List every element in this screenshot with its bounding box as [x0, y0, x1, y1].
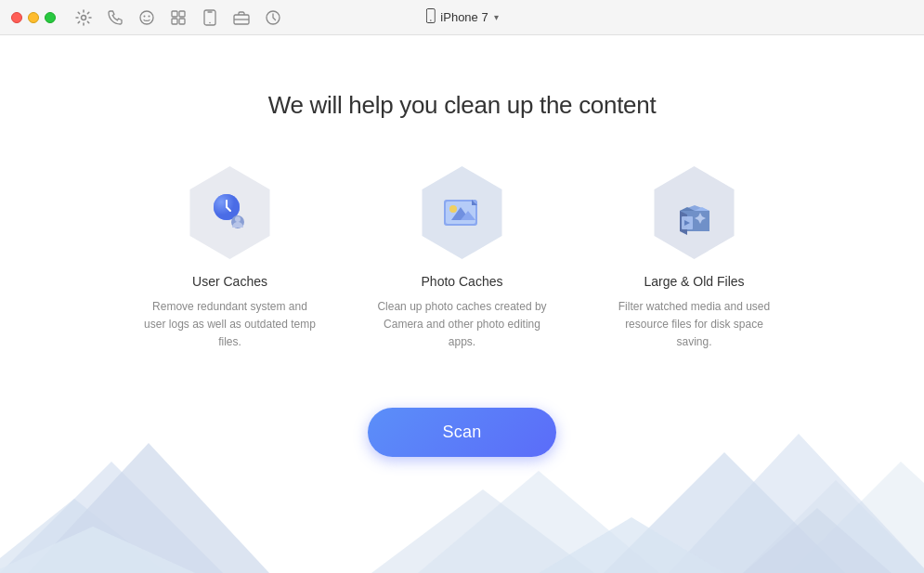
svg-point-24 — [449, 205, 457, 213]
large-files-desc: Filter watched media and used resource f… — [606, 298, 783, 352]
large-files-title: Large & Old Files — [644, 274, 744, 289]
svg-point-15 — [430, 20, 431, 20]
svg-point-19 — [235, 216, 241, 222]
svg-rect-4 — [172, 11, 177, 17]
photo-caches-desc: Clean up photo caches created by Camera … — [374, 298, 551, 352]
contacts-icon[interactable] — [137, 8, 156, 27]
svg-point-9 — [209, 21, 211, 23]
feature-photo-caches: Photo Caches Clean up photo caches creat… — [374, 166, 551, 352]
iphone-icon — [425, 8, 435, 26]
large-files-icon — [648, 166, 741, 259]
apps-icon[interactable] — [169, 8, 188, 27]
scan-button[interactable]: Scan — [368, 408, 555, 457]
toolkit-icon[interactable] — [232, 8, 251, 27]
history-icon[interactable] — [264, 8, 282, 27]
phone-icon[interactable] — [106, 8, 124, 27]
feature-user-caches: User Caches Remove redundant system and … — [142, 166, 319, 352]
svg-point-1 — [140, 11, 153, 24]
device-title[interactable]: iPhone 7 ▾ — [425, 8, 498, 26]
traffic-lights — [11, 12, 56, 23]
toolbar-icons — [74, 8, 282, 27]
photo-caches-icon — [416, 166, 509, 259]
svg-rect-7 — [179, 19, 185, 24]
maximize-button[interactable] — [45, 12, 56, 23]
svg-point-0 — [82, 15, 86, 20]
user-caches-title: User Caches — [192, 274, 267, 289]
svg-point-2 — [144, 15, 146, 17]
chevron-down-icon: ▾ — [494, 12, 499, 22]
feature-large-files: Large & Old Files Filter watched media a… — [606, 166, 783, 352]
close-button[interactable] — [11, 12, 22, 23]
svg-rect-5 — [179, 11, 185, 17]
photo-caches-title: Photo Caches — [422, 274, 503, 289]
minimize-button[interactable] — [28, 12, 39, 23]
settings-icon[interactable] — [74, 8, 93, 27]
svg-rect-6 — [172, 19, 177, 24]
user-caches-icon — [184, 166, 277, 259]
svg-point-3 — [149, 15, 150, 17]
page-headline: We will help you clean up the content — [268, 91, 657, 120]
device-icon[interactable] — [201, 8, 219, 27]
titlebar: iPhone 7 ▾ — [0, 0, 924, 35]
features-row: User Caches Remove redundant system and … — [142, 166, 783, 352]
main-content: We will help you clean up the content — [0, 35, 924, 457]
user-caches-desc: Remove redundant system and user logs as… — [142, 298, 319, 352]
device-name-label: iPhone 7 — [440, 10, 488, 24]
